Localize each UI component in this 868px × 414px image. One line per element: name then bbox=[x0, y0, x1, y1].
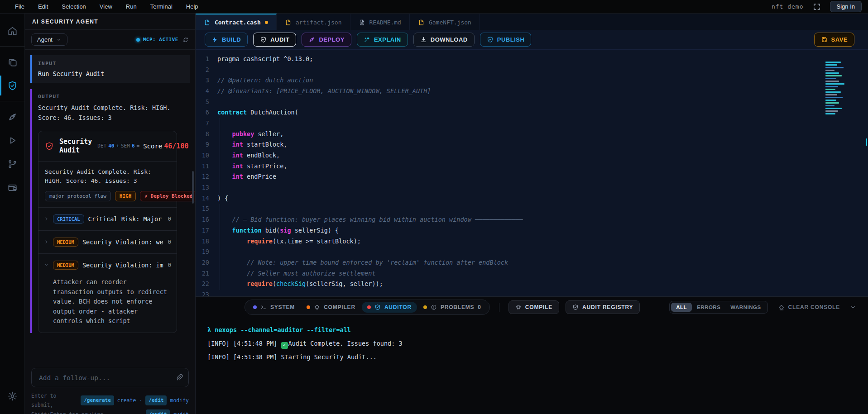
filter-errors[interactable]: ERRORS bbox=[692, 303, 725, 312]
menu-item-run[interactable]: Run bbox=[119, 3, 144, 10]
code-line: 13 bbox=[196, 182, 868, 193]
clear-console-button[interactable]: CLEAR CONSOLE bbox=[778, 304, 840, 311]
chevron-down-icon[interactable] bbox=[850, 304, 856, 310]
compile-button[interactable]: COMPILE bbox=[508, 300, 559, 314]
activity-deploy[interactable] bbox=[0, 105, 25, 128]
code-line: 9 int startBlock, bbox=[196, 139, 868, 150]
code-line: 6contract DutchAuction( bbox=[196, 107, 868, 118]
command-pill[interactable]: /generate bbox=[81, 395, 114, 405]
hint-submit: Enter to submit, bbox=[31, 391, 81, 409]
minimap[interactable] bbox=[825, 62, 850, 114]
sign-in-button[interactable]: Sign In bbox=[830, 1, 862, 12]
rocket-icon bbox=[7, 112, 18, 122]
command-desc: audit bbox=[173, 410, 189, 414]
line-number: 9 bbox=[196, 141, 217, 148]
code-text: require(tx.time >= startBlock); bbox=[217, 238, 361, 245]
filter-all[interactable]: ALL bbox=[671, 303, 692, 312]
agent-panel-header: AI SECURITY AGENT bbox=[25, 14, 195, 30]
command-pill[interactable]: /audit bbox=[146, 409, 170, 414]
code-line: 3// @pattern: dutch_auction bbox=[196, 75, 868, 86]
button-label: COMPILE bbox=[525, 304, 552, 310]
console-tab-problems[interactable]: PROBLEMS0 bbox=[418, 302, 487, 313]
activity-run[interactable] bbox=[0, 128, 25, 152]
menu-item-help[interactable]: Help bbox=[179, 3, 205, 10]
log-message: Starting Security Audit... bbox=[281, 353, 377, 361]
audit-registry-button[interactable]: AUDIT REGISTRY bbox=[566, 300, 640, 314]
fullscreen-icon[interactable] bbox=[813, 3, 821, 11]
file-cash-icon bbox=[204, 19, 211, 26]
divider bbox=[0, 101, 25, 101]
divider bbox=[499, 303, 499, 312]
build-button[interactable]: BUILD bbox=[205, 33, 248, 47]
activity-settings[interactable] bbox=[0, 384, 25, 408]
agent-selector-label: Agent bbox=[37, 36, 53, 43]
code-text: pubkey seller, bbox=[217, 130, 283, 138]
editor-scrollbar[interactable] bbox=[866, 138, 867, 146]
chevron-down-icon bbox=[56, 37, 62, 43]
line-number: 1 bbox=[196, 55, 217, 62]
console-header: SYSTEMCOMPILERAUDITORPROBLEMS0 COMPILEAU… bbox=[196, 297, 868, 318]
download-button[interactable]: DOWNLOAD bbox=[413, 33, 475, 47]
button-label: DEPLOY bbox=[319, 36, 344, 43]
issue-row[interactable]: MEDIUMSecurity Violation: weak_ou…0 bbox=[38, 230, 177, 253]
line-number: 20 bbox=[196, 259, 217, 266]
tab-label: artifact.json bbox=[296, 19, 342, 26]
issue-list: CRITICALCritical Risk: Major Proto…0MEDI… bbox=[38, 207, 177, 333]
tab-readme-md[interactable]: README.md bbox=[350, 14, 410, 30]
audit-button[interactable]: AUDIT bbox=[253, 33, 296, 47]
activity-source-control[interactable] bbox=[0, 152, 25, 176]
line-number: 23 bbox=[196, 291, 217, 296]
save-button[interactable]: SAVE bbox=[814, 33, 854, 47]
chevron-right-icon bbox=[44, 216, 49, 221]
menu-item-view[interactable]: View bbox=[93, 3, 119, 10]
console-tabs: SYSTEMCOMPILERAUDITORPROBLEMS0 bbox=[245, 300, 490, 315]
command-desc: create bbox=[117, 396, 136, 405]
console-tab-compiler[interactable]: COMPILER bbox=[301, 302, 361, 313]
publish-button[interactable]: PUBLISH bbox=[480, 33, 532, 47]
filter-warnings[interactable]: WARNINGS bbox=[725, 303, 766, 312]
tab-label: GameNFT.json bbox=[429, 19, 471, 26]
activity-security[interactable] bbox=[0, 74, 25, 97]
console-tab-auditor[interactable]: AUDITOR bbox=[362, 302, 417, 313]
menu-item-terminal[interactable]: Terminal bbox=[144, 3, 179, 10]
followup-input[interactable] bbox=[31, 368, 189, 387]
menu-item-selection[interactable]: Selection bbox=[55, 3, 92, 10]
refresh-icon[interactable] bbox=[182, 37, 189, 43]
tab-contract-cash[interactable]: Contract.cash bbox=[196, 14, 277, 30]
menu-item-file[interactable]: File bbox=[8, 3, 31, 10]
menu-item-edit[interactable]: Edit bbox=[31, 3, 55, 10]
code-text: int endBlock, bbox=[217, 152, 280, 159]
button-label: AUDIT bbox=[270, 36, 289, 43]
issue-row[interactable]: MEDIUMSecurity Violation: implici…0 bbox=[38, 253, 177, 276]
issue-row[interactable]: CRITICALCritical Risk: Major Proto…0 bbox=[38, 207, 177, 230]
dot: · bbox=[139, 396, 142, 405]
activity-files[interactable] bbox=[0, 50, 25, 74]
console-tab-system[interactable]: SYSTEM bbox=[248, 302, 300, 313]
code-text: int endPrice bbox=[217, 173, 276, 180]
line-number: 18 bbox=[196, 238, 217, 245]
code-line: 4// @invariants: [PRICE_FLOOR, AUCTION_W… bbox=[196, 86, 868, 96]
deploy-button[interactable]: DEPLOY bbox=[302, 33, 351, 47]
code-line: 18 require(tx.time >= startBlock); bbox=[196, 236, 868, 247]
chevron-down-icon bbox=[44, 262, 49, 267]
agent-selector[interactable]: Agent bbox=[31, 33, 67, 46]
code-editor[interactable]: 1pragma cashscript ^0.13.0;23// @pattern… bbox=[196, 50, 868, 296]
composer: Enter to submit, /generatecreate·/editmo… bbox=[25, 363, 195, 414]
file-json-icon bbox=[418, 19, 425, 26]
panel-scrollbar[interactable] bbox=[192, 171, 194, 204]
chip-icon bbox=[314, 304, 320, 310]
plus-sign: + bbox=[116, 143, 119, 149]
command-pill[interactable]: /edit bbox=[145, 395, 167, 405]
activity-home[interactable] bbox=[0, 19, 25, 43]
tab-artifact-json[interactable]: artifact.json bbox=[277, 14, 350, 30]
line-number: 3 bbox=[196, 76, 217, 84]
activity-wallet[interactable] bbox=[0, 176, 25, 199]
agent-toolbar: Agent MCP: ACTIVE bbox=[25, 30, 195, 50]
tab-gamenft-json[interactable]: GameNFT.json bbox=[410, 14, 480, 30]
explain-button[interactable]: EXPLAIN bbox=[357, 33, 408, 47]
status-dot bbox=[307, 305, 310, 309]
code-line: 17 function bid(sig sellerSig) { bbox=[196, 225, 868, 236]
code-text: // @invariants: [PRICE_FLOOR, AUCTION_WI… bbox=[217, 87, 431, 95]
line-number: 16 bbox=[196, 216, 217, 223]
paperclip-icon[interactable] bbox=[176, 373, 183, 381]
